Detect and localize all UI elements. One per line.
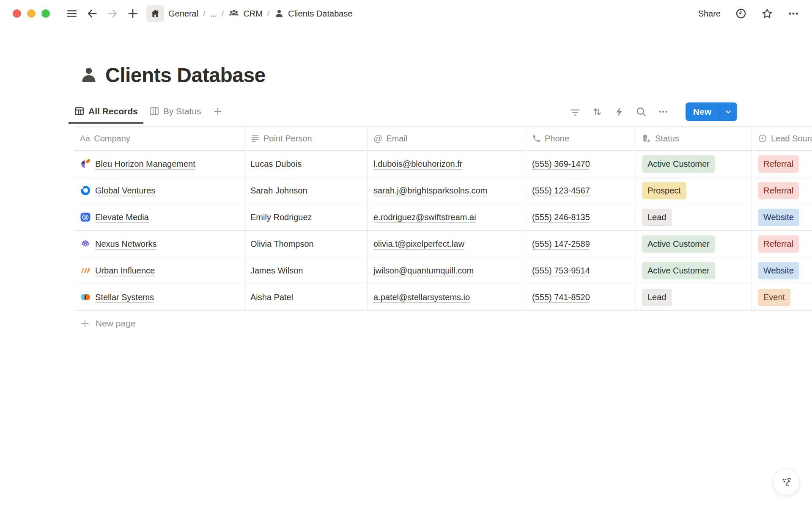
lead-source-tag[interactable]: Referral [758, 235, 799, 253]
updates-clock-button[interactable] [735, 8, 747, 19]
add-view-button[interactable] [209, 100, 226, 124]
back-button[interactable] [85, 7, 99, 20]
column-header-company[interactable]: Aa Company [74, 127, 244, 150]
phone-link[interactable]: (555) 741-8520 [532, 293, 590, 302]
email-link[interactable]: e.rodriguez@swiftstream.ai [373, 213, 476, 222]
company-name[interactable]: Bleu Horizon Management [95, 159, 195, 169]
status-tag[interactable]: Prospect [642, 182, 686, 199]
company-name[interactable]: Elevate Media [95, 213, 149, 222]
point-person[interactable]: James Wilson [250, 266, 303, 276]
point-person[interactable]: Olivia Thompson [250, 239, 314, 249]
lead-source-tag[interactable]: Event [758, 289, 790, 306]
global-ventures-logo-icon [80, 185, 91, 196]
tab-by-status[interactable]: By Status [143, 100, 207, 124]
table-row[interactable]: Elevate Media Emily Rodriguez e.rodrigue… [74, 204, 812, 231]
text-property-icon [250, 134, 260, 143]
title-property-icon: Aa [80, 134, 90, 143]
breadcrumb-item-general[interactable]: General [168, 9, 198, 19]
point-person[interactable]: Sarah Johnson [250, 186, 307, 196]
column-header-status[interactable]: Status [636, 127, 752, 150]
phone-link[interactable]: (555) 753-9514 [532, 266, 590, 276]
page-header: Clients Database [79, 61, 812, 89]
page-title[interactable]: Clients Database [105, 64, 266, 87]
company-name[interactable]: Stellar Systems [95, 293, 154, 302]
lead-source-tag[interactable]: Website [758, 209, 799, 226]
urban-influence-logo-icon [80, 265, 91, 276]
breadcrumb: General / ... / CRM / Clients Database [168, 8, 353, 19]
lead-source-tag[interactable]: Referral [758, 155, 799, 173]
table-row[interactable]: Global Ventures Sarah Johnson sarah.j@br… [74, 177, 812, 204]
ellipsis-icon [658, 106, 669, 117]
breadcrumb-item-clients-database[interactable]: Clients Database [274, 8, 352, 19]
search-icon [636, 106, 647, 117]
new-record-dropdown-button[interactable] [719, 102, 737, 121]
email-link[interactable]: sarah.j@brightsparksolns.com [373, 186, 487, 196]
ai-face-icon [778, 474, 795, 491]
column-header-point-person[interactable]: Point Person [244, 127, 368, 150]
notion-ai-button[interactable] [773, 469, 799, 495]
point-person[interactable]: Aisha Patel [250, 293, 293, 302]
new-record-button[interactable]: New [686, 102, 719, 121]
tab-all-records[interactable]: All Records [69, 100, 143, 124]
point-person[interactable]: Lucas Dubois [250, 159, 302, 169]
phone-link[interactable]: (555) 147-2589 [532, 239, 590, 249]
new-page-row[interactable]: New page [74, 311, 812, 336]
breadcrumb-separator: / [222, 9, 224, 18]
star-icon [761, 8, 773, 19]
home-button[interactable] [146, 5, 164, 22]
table-row[interactable]: Nexus Networks Olivia Thompson olivia.t@… [74, 231, 812, 257]
breadcrumb-separator: / [267, 9, 269, 18]
sidebar-toggle-button[interactable] [65, 7, 79, 20]
phone-link[interactable]: (555) 246-8135 [532, 213, 590, 222]
breadcrumb-separator: / [203, 9, 205, 18]
column-header-phone[interactable]: Phone [526, 127, 636, 150]
elevate-media-logo-icon [80, 212, 91, 223]
filter-icon [570, 106, 581, 117]
favorite-star-button[interactable] [761, 8, 773, 19]
status-tag[interactable]: Active Customer [642, 235, 715, 253]
breadcrumb-item-collapsed[interactable]: ... [210, 9, 217, 19]
phone-link[interactable]: (555) 123-4567 [532, 186, 590, 196]
status-tag[interactable]: Active Customer [642, 262, 715, 279]
automations-button[interactable] [614, 106, 625, 117]
email-link[interactable]: l.dubois@bleuhorizon.fr [373, 159, 462, 169]
close-window-button[interactable] [13, 9, 21, 18]
table-row[interactable]: Bleu Horizon Management Lucas Dubois l.d… [74, 151, 812, 177]
sort-button[interactable] [592, 106, 603, 117]
minimize-window-button[interactable] [27, 9, 36, 18]
lead-source-tag[interactable]: Website [758, 262, 799, 279]
filter-button[interactable] [570, 106, 581, 117]
search-button[interactable] [636, 106, 647, 117]
new-tab-button[interactable] [126, 7, 140, 20]
phone-link[interactable]: (555) 369-1470 [532, 159, 590, 169]
email-link[interactable]: a.patel@stellarsystems.io [373, 293, 470, 302]
person-icon [274, 8, 284, 19]
column-header-lead-source[interactable]: Lead Source [752, 127, 812, 150]
table-view-icon [74, 106, 85, 116]
forward-button[interactable] [106, 7, 119, 20]
status-tag[interactable]: Lead [642, 289, 672, 306]
email-link[interactable]: jwilson@quantumquill.com [373, 266, 474, 276]
company-name[interactable]: Urban Influence [95, 266, 155, 276]
lightning-icon [614, 106, 625, 117]
table-body: Bleu Horizon Management Lucas Dubois l.d… [74, 151, 812, 311]
share-button[interactable]: Share [698, 9, 721, 19]
breadcrumb-item-crm[interactable]: CRM [228, 8, 263, 19]
plus-icon [213, 106, 223, 116]
column-header-email[interactable]: @ Email [368, 127, 526, 150]
more-options-button[interactable] [787, 8, 799, 19]
company-name[interactable]: Nexus Networks [95, 239, 157, 249]
table-row[interactable]: Stellar Systems Aisha Patel a.patel@stel… [74, 284, 812, 311]
status-tag[interactable]: Active Customer [642, 155, 715, 173]
page-person-icon[interactable] [79, 65, 99, 85]
chevron-down-icon [724, 108, 732, 116]
table-row[interactable]: Urban Influence James Wilson jwilson@qua… [74, 257, 812, 284]
phone-property-icon [532, 134, 541, 143]
point-person[interactable]: Emily Rodriguez [250, 213, 312, 222]
email-link[interactable]: olivia.t@pixelperfect.law [373, 239, 464, 249]
lead-source-tag[interactable]: Referral [758, 182, 799, 199]
status-tag[interactable]: Lead [642, 209, 672, 226]
view-options-button[interactable] [658, 106, 669, 117]
company-name[interactable]: Global Ventures [95, 186, 155, 196]
zoom-window-button[interactable] [41, 9, 50, 18]
